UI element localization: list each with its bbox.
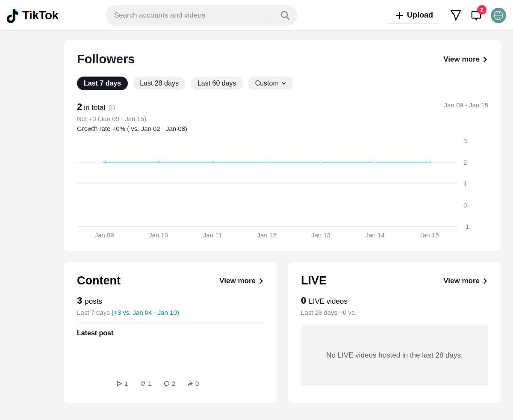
followers-total-label: in total [84, 104, 105, 112]
chart-dot [157, 161, 160, 164]
header-actions: Upload 2 [387, 7, 506, 24]
svg-point-0 [281, 12, 287, 18]
live-count-num: 0 [301, 295, 306, 306]
chart-dot [319, 161, 322, 164]
live-count: 0 LIVE videos [301, 295, 488, 306]
view-more-label: View more [219, 277, 256, 285]
page-body: Followers View more Last 7 days Last 28 … [0, 31, 513, 420]
top-header: TikTok Upload 2 [0, 0, 513, 31]
likes-stat: 1 [140, 380, 151, 387]
gridline [77, 205, 457, 205]
chart-dot [374, 161, 377, 164]
followers-chart: 3 2 1 0 -1 Jan 09 Jan 10 Jan 11 Jan 12 J… [77, 141, 488, 239]
content-card-head: Content View more [77, 274, 264, 287]
followers-title: Followers [77, 52, 135, 66]
y-tick: 0 [463, 201, 467, 209]
followers-card: Followers View more Last 7 days Last 28 … [64, 40, 501, 251]
live-view-more[interactable]: View more [443, 277, 488, 285]
live-title: LIVE [301, 274, 327, 287]
content-view-more[interactable]: View more [219, 277, 264, 285]
chevron-right-icon [482, 278, 488, 284]
chevron-right-icon [482, 56, 488, 62]
followers-stats-left: 2 in total Net +0 (Jan 09 - Jan 15) Grow… [77, 101, 187, 132]
heart-icon [140, 381, 146, 387]
x-tick: Jan 14 [366, 231, 385, 239]
date-filters: Last 7 days Last 28 days Last 60 days Cu… [77, 77, 488, 90]
y-tick: -1 [463, 223, 469, 230]
gridline [77, 183, 457, 184]
followers-total-num: 2 [77, 101, 82, 112]
chevron-down-icon [281, 81, 286, 86]
search-icon [280, 10, 290, 21]
comment-icon [164, 381, 170, 387]
chart-dot [211, 161, 214, 164]
gridline [77, 226, 457, 227]
live-empty-state: No LIVE videos hosted in the last 28 day… [301, 325, 488, 386]
followers-date-range: Jan 09 - Jan 15 [444, 101, 488, 109]
content-count-num: 3 [77, 295, 82, 306]
search-button[interactable] [280, 10, 290, 21]
chevron-right-icon [258, 278, 264, 284]
chart-dot [428, 161, 431, 164]
view-more-label: View more [443, 55, 480, 64]
content-count: 3 posts [77, 295, 264, 306]
content-range: Last 7 days (+3 vs. Jan 04 - Jan 10) [77, 309, 264, 316]
info-icon[interactable] [109, 104, 115, 111]
inbox-button[interactable]: 2 [470, 9, 482, 21]
followers-stats-row: 2 in total Net +0 (Jan 09 - Jan 15) Grow… [77, 101, 488, 132]
x-tick: Jan 10 [149, 231, 168, 239]
messages-button[interactable] [450, 9, 462, 21]
search-divider [273, 10, 273, 21]
brand-logo[interactable]: TikTok [7, 8, 59, 23]
tiktok-icon [7, 8, 21, 23]
filter-custom-label: Custom [255, 80, 279, 87]
followers-growth: Growth rate +0% ( vs. Jan 02 - Jan 08) [77, 125, 187, 132]
share-icon [187, 381, 193, 387]
x-tick: Jan 13 [311, 231, 330, 239]
filter-custom[interactable]: Custom [248, 77, 293, 90]
live-range: Last 28 days +0 vs. - [301, 309, 488, 316]
gridline [77, 141, 457, 141]
followers-card-head: Followers View more [77, 52, 488, 66]
x-tick: Jan 15 [419, 231, 439, 239]
search-input[interactable] [106, 5, 297, 26]
shares-stat: 0 [187, 380, 199, 387]
content-title: Content [77, 274, 121, 287]
two-column-row: Content View more 3 posts Last 7 days (+… [64, 262, 501, 403]
filter-60days[interactable]: Last 60 days [191, 77, 243, 90]
comments-stat: 2 [164, 380, 175, 387]
brand-text: TikTok [22, 9, 59, 22]
play-icon [116, 381, 122, 387]
latest-post-label: Latest post [77, 329, 264, 337]
followers-total: 2 in total [77, 101, 187, 112]
plays-stat: 1 [116, 380, 128, 387]
upload-button[interactable]: Upload [387, 7, 441, 24]
live-card-head: LIVE View more [301, 274, 488, 287]
content-delta: (+3 vs. Jan 04 - Jan 10) [112, 309, 179, 316]
latest-post-stats: 1 1 2 0 [77, 380, 264, 387]
x-tick: Jan 11 [203, 231, 222, 239]
chart-dot [265, 161, 268, 164]
divider [77, 322, 264, 322]
plus-icon [395, 11, 404, 20]
content-card: Content View more 3 posts Last 7 days (+… [64, 262, 277, 403]
plays-value: 1 [124, 380, 128, 387]
search-container [106, 5, 297, 26]
notification-badge: 2 [477, 5, 486, 15]
svg-line-1 [287, 17, 289, 19]
shares-value: 0 [195, 380, 199, 387]
send-icon [450, 9, 462, 21]
live-card: LIVE View more 0 LIVE videos Last 28 day… [288, 262, 501, 403]
filter-28days[interactable]: Last 28 days [133, 77, 186, 90]
x-tick: Jan 09 [94, 231, 114, 239]
live-count-label: LIVE videos [309, 297, 348, 306]
view-more-label: View more [443, 277, 480, 285]
svg-point-10 [164, 382, 169, 385]
upload-label: Upload [407, 11, 433, 20]
content-count-label: posts [85, 297, 102, 306]
y-tick: 1 [463, 180, 467, 187]
chart-dot [103, 161, 106, 164]
followers-view-more[interactable]: View more [443, 55, 488, 64]
avatar[interactable] [491, 8, 506, 23]
filter-7days[interactable]: Last 7 days [77, 77, 128, 90]
